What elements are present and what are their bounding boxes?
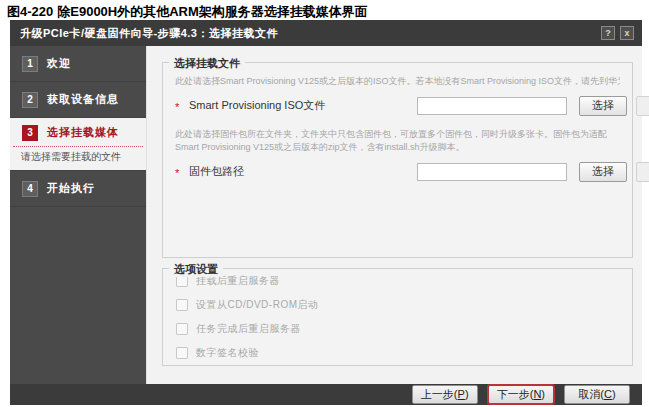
next-step-button[interactable]: 下一步(N): [488, 385, 554, 404]
option-boot-from-cddvd: 设置从CD/DVD-ROM启动: [163, 293, 632, 317]
checkbox-icon: [176, 323, 188, 335]
firmware-hint-text: 此处请选择固件包所在文件夹，文件夹中只包含固件包，可放置多个固件包，同时升级多张…: [175, 128, 620, 155]
iso-select-button[interactable]: 选择: [579, 96, 627, 116]
iso-hint-text: 此处请选择Smart Provisioning V125或之后版本的ISO文件。…: [175, 75, 620, 89]
dialog-title: 升级PCIe卡/硬盘固件向导-步骤4.3：选择挂载文件: [10, 26, 278, 41]
step-number-badge: 3: [22, 125, 38, 141]
button-text: ): [465, 388, 469, 400]
firmware-clear-button: 清除: [636, 162, 649, 182]
button-text: 上一步(: [421, 388, 458, 400]
prev-step-button[interactable]: 上一步(P): [412, 385, 478, 404]
group-legend: 选择挂载文件: [169, 56, 245, 71]
checkbox-icon: [176, 299, 188, 311]
option-restart-after-mount: 挂载后重启服务器: [163, 269, 632, 293]
wizard-steps-sidebar: 1 欢迎 2 获取设备信息 3 选择挂载媒体 请选择需要挂载的文件 4 开始执行: [10, 46, 146, 384]
button-text: 取消(: [578, 388, 604, 400]
checkbox-icon: [176, 347, 188, 359]
wizard-content-panel: 选择挂载文件 此处请选择Smart Provisioning V125或之后版本…: [146, 46, 642, 384]
group-legend: 选项设置: [169, 262, 223, 277]
sidebar-step-welcome[interactable]: 1 欢迎: [10, 46, 146, 82]
button-text: ): [612, 388, 616, 400]
screenshot-root: 图4-220除E9000H外的其他ARM架构服务器选择挂载媒体界面 升级PCIe…: [0, 0, 649, 407]
step-number-badge: 2: [22, 92, 38, 108]
sidebar-step-select-media[interactable]: 3 选择挂载媒体 请选择需要挂载的文件: [10, 118, 146, 171]
checkbox-label: 设置从CD/DVD-ROM启动: [196, 298, 319, 312]
step-number-badge: 4: [22, 181, 38, 197]
button-hotkey: C: [604, 388, 612, 400]
step-label: 获取设备信息: [47, 92, 119, 107]
iso-file-row: * Smart Provisioning ISO文件 选择 清除: [175, 96, 620, 116]
select-mount-files-group: 选择挂载文件 此处请选择Smart Provisioning V125或之后版本…: [162, 62, 633, 258]
help-icon[interactable]: ?: [601, 26, 615, 40]
dialog-footer: 上一步(P) 下一步(N) 取消(C): [10, 384, 642, 405]
sidebar-step-execute[interactable]: 4 开始执行: [10, 171, 146, 207]
options-group: 选项设置 挂载后重启服务器 设置从CD/DVD-ROM启动 任务完成后重启服务器…: [162, 268, 633, 366]
button-text: ): [541, 388, 545, 400]
firmware-path-row: * 固件包路径 选择 清除: [175, 162, 620, 182]
firmware-path-label: 固件包路径: [189, 164, 417, 179]
figure-caption: 图4-220除E9000H外的其他ARM架构服务器选择挂载媒体界面: [7, 3, 368, 21]
option-signature-verify: 数字签名校验: [163, 341, 632, 365]
iso-file-input[interactable]: [417, 97, 567, 115]
cancel-button[interactable]: 取消(C): [564, 385, 630, 404]
required-mark: *: [175, 98, 189, 113]
wizard-dialog: 升级PCIe卡/硬盘固件向导-步骤4.3：选择挂载文件 ? x 1 欢迎 2 获…: [10, 20, 642, 405]
iso-clear-button: 清除: [636, 96, 649, 116]
sidebar-step-device-info[interactable]: 2 获取设备信息: [10, 82, 146, 118]
figure-number: 图4-220: [7, 4, 53, 19]
required-mark: *: [175, 164, 189, 179]
firmware-path-input[interactable]: [417, 163, 567, 181]
firmware-select-button[interactable]: 选择: [579, 162, 627, 182]
step-label: 欢迎: [47, 56, 71, 71]
option-restart-after-task: 任务完成后重启服务器: [163, 317, 632, 341]
step-label: 开始执行: [47, 181, 95, 196]
step-label: 选择挂载媒体: [47, 125, 119, 140]
step-number-badge: 1: [22, 56, 38, 72]
dialog-titlebar: 升级PCIe卡/硬盘固件向导-步骤4.3：选择挂载文件 ? x: [10, 20, 642, 46]
button-text: 下一步(: [497, 388, 534, 400]
button-hotkey: P: [458, 388, 465, 400]
iso-file-label: Smart Provisioning ISO文件: [189, 98, 417, 113]
checkbox-label: 任务完成后重启服务器: [196, 322, 301, 336]
figure-title: 除E9000H外的其他ARM架构服务器选择挂载媒体界面: [57, 4, 368, 19]
active-step-sublabel: 请选择需要挂载的文件: [10, 147, 146, 170]
close-icon[interactable]: x: [620, 26, 634, 40]
checkbox-label: 数字签名校验: [196, 346, 259, 360]
